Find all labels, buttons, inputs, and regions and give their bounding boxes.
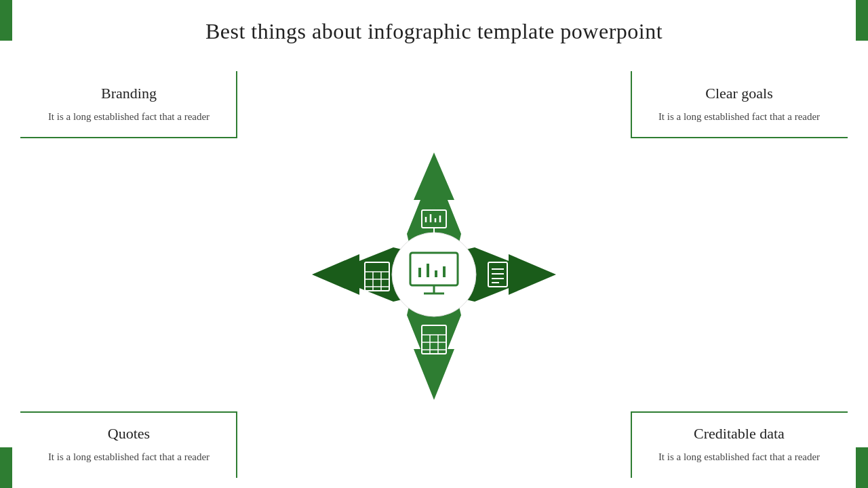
corner-decoration-tr bbox=[856, 0, 868, 41]
svg-marker-3 bbox=[509, 254, 556, 295]
quotes-title: Quotes bbox=[37, 425, 221, 443]
svg-marker-7 bbox=[312, 254, 359, 295]
box-quotes: Quotes It is a long established fact tha… bbox=[20, 411, 237, 479]
branding-title: Branding bbox=[37, 85, 221, 102]
corner-decoration-tl bbox=[0, 0, 12, 41]
box-creditable-data: Creditable data It is a long established… bbox=[631, 411, 848, 479]
page-title: Best things about infographic template p… bbox=[0, 0, 868, 51]
branding-text: It is a long established fact that a rea… bbox=[37, 109, 221, 125]
clear-goals-text: It is a long established fact that a rea… bbox=[647, 109, 831, 125]
svg-marker-1 bbox=[414, 152, 454, 200]
creditable-data-text: It is a long established fact that a rea… bbox=[647, 449, 831, 465]
creditable-data-title: Creditable data bbox=[647, 425, 831, 443]
clear-goals-title: Clear goals bbox=[647, 85, 831, 102]
svg-point-8 bbox=[392, 232, 476, 317]
main-content: Branding It is a long established fact t… bbox=[0, 58, 868, 488]
box-clear-goals: Clear goals It is a long established fac… bbox=[631, 71, 848, 138]
box-branding: Branding It is a long established fact t… bbox=[20, 71, 237, 138]
quotes-text: It is a long established fact that a rea… bbox=[37, 449, 221, 465]
svg-marker-5 bbox=[414, 349, 454, 400]
center-infographic bbox=[292, 132, 576, 417]
